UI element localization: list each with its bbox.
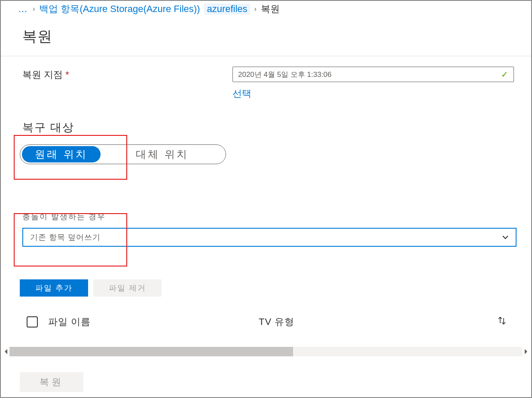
svg-marker-0 (5, 349, 7, 354)
checkmark-icon: ✓ (501, 69, 508, 80)
select-restore-point-link[interactable]: 선택 (232, 87, 251, 100)
highlight-box (14, 213, 127, 266)
column-type[interactable]: TV 유형 (259, 315, 497, 328)
highlight-box (14, 135, 127, 180)
breadcrumb-overflow[interactable]: … (18, 3, 28, 15)
horizontal-scrollbar[interactable] (3, 346, 529, 357)
remove-file-button: 파일 제거 (93, 279, 162, 297)
scroll-right-icon[interactable] (523, 346, 529, 357)
chevron-right-icon: › (33, 5, 35, 13)
scrollbar-track[interactable] (9, 347, 523, 356)
select-all-checkbox[interactable] (27, 316, 38, 328)
breadcrumb-current: 복원 (261, 3, 280, 15)
page-title: 복원 (1, 20, 531, 56)
restore-point-input[interactable]: 2020년 4월 5일 오후 1:33:06 ✓ (232, 67, 514, 82)
scroll-left-icon[interactable] (3, 346, 9, 357)
recovery-target-title: 복구 대상 (22, 120, 514, 135)
column-file-name[interactable]: 파일 이름 (48, 315, 259, 328)
chevron-right-icon: › (254, 5, 257, 13)
sort-icon[interactable] (497, 315, 514, 328)
chevron-down-icon (502, 234, 509, 241)
scrollbar-thumb[interactable] (9, 347, 293, 356)
restore-point-label: 복원 지점* (22, 67, 232, 81)
breadcrumb-backup-items[interactable]: 백업 항목(Azure Storage(Azure Files)) (39, 3, 200, 15)
breadcrumb: … › 백업 항목(Azure Storage(Azure Files)) az… (1, 1, 531, 20)
svg-marker-1 (525, 349, 527, 354)
restore-button: 복원 (20, 372, 83, 392)
breadcrumb-azurefiles[interactable]: azurefiles (204, 3, 250, 15)
add-file-button[interactable]: 파일 추가 (20, 279, 88, 297)
restore-point-value: 2020년 4월 5일 오후 1:33:06 (238, 70, 331, 80)
file-table-header: 파일 이름 TV 유형 (22, 315, 514, 328)
